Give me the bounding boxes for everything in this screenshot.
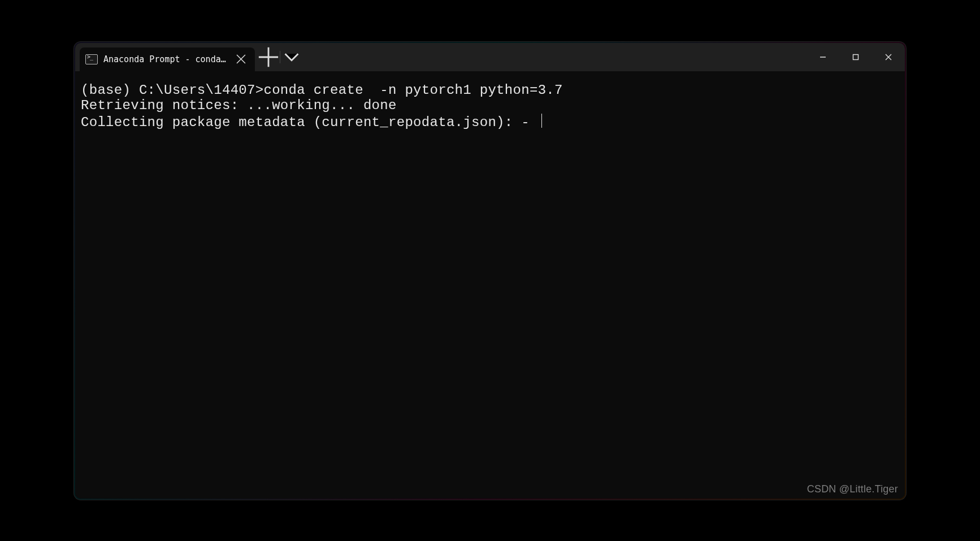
terminal-line: Retrieving notices: ...working... done <box>81 98 397 113</box>
close-icon <box>235 53 247 65</box>
terminal-window: Anaconda Prompt - conda cr <box>75 43 905 499</box>
tab-dropdown-button[interactable] <box>280 43 303 71</box>
tab-active[interactable]: Anaconda Prompt - conda cr <box>80 47 255 71</box>
svg-rect-0 <box>853 54 858 59</box>
maximize-button[interactable] <box>839 43 872 71</box>
new-tab-button[interactable] <box>257 43 280 71</box>
text-cursor <box>541 114 543 128</box>
close-window-button[interactable] <box>872 43 905 71</box>
terminal-body[interactable]: (base) C:\Users\14407>conda create -n py… <box>75 71 905 499</box>
maximize-icon <box>852 53 860 61</box>
titlebar-drag-region[interactable] <box>303 43 806 71</box>
watermark: CSDN @Little.Tiger <box>807 483 898 495</box>
close-icon <box>884 53 892 61</box>
terminal-line: Collecting package metadata (current_rep… <box>81 114 538 129</box>
terminal-icon <box>85 54 98 64</box>
chevron-down-icon <box>280 46 303 68</box>
terminal-line: (base) C:\Users\14407>conda create -n py… <box>81 83 563 98</box>
tab-title: Anaconda Prompt - conda cr <box>103 54 229 64</box>
close-tab-button[interactable] <box>235 53 247 66</box>
plus-icon <box>257 46 280 68</box>
title-bar[interactable]: Anaconda Prompt - conda cr <box>75 43 905 71</box>
minimize-icon <box>819 53 827 61</box>
minimize-button[interactable] <box>806 43 839 71</box>
